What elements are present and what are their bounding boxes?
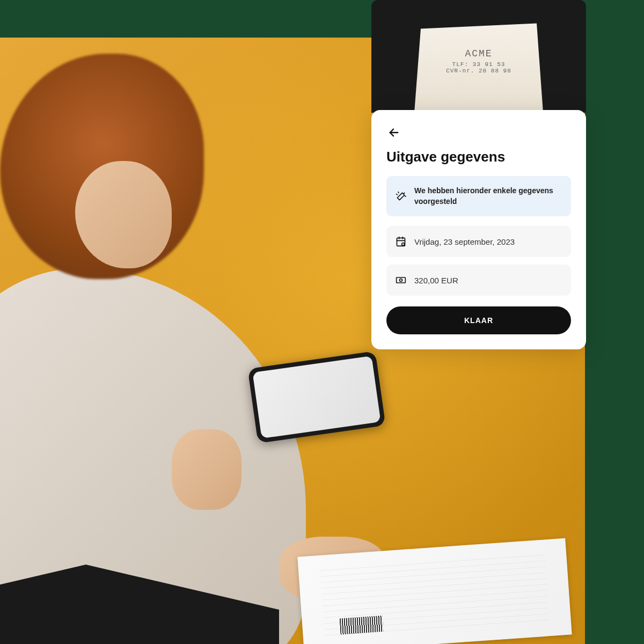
arrow-left-icon [388,127,400,138]
receipt-cvr-line: CVR-nr. 28 88 98 [446,68,511,74]
info-banner-text: We hebben hieronder enkele gegevens voor… [414,186,562,207]
paper-receipt-illustration [297,538,572,644]
scanned-receipt-preview: ACME TLF: 33 91 53 CVR-nr. 28 88 98 [371,0,586,113]
expense-details-card: Uitgave gegevens We hebben hieronder enk… [371,110,586,349]
person-illustration [0,64,333,644]
receipt-phone-line: TLF: 33 91 53 [452,61,506,68]
expense-date-field[interactable]: Vrijdag, 23 september, 2023 [386,226,571,257]
suggestion-info-banner: We hebben hieronder enkele gegevens voor… [386,176,571,216]
expense-date-value: Vrijdag, 23 september, 2023 [414,237,515,246]
money-icon [395,274,407,286]
done-button[interactable]: KLAAR [386,306,571,334]
card-title: Uitgave gegevens [386,149,571,165]
expense-amount-value: 320,00 EUR [414,276,458,285]
svg-rect-1 [397,238,405,246]
back-button[interactable] [386,125,401,140]
expense-amount-field[interactable]: 320,00 EUR [386,265,571,296]
magic-wand-icon [395,191,407,202]
calendar-icon [395,236,407,247]
svg-point-5 [402,243,405,246]
receipt-image: ACME TLF: 33 91 53 CVR-nr. 28 88 98 [414,21,543,113]
receipt-merchant-name: ACME [465,48,492,59]
svg-rect-6 [397,277,406,283]
svg-point-7 [400,279,402,282]
